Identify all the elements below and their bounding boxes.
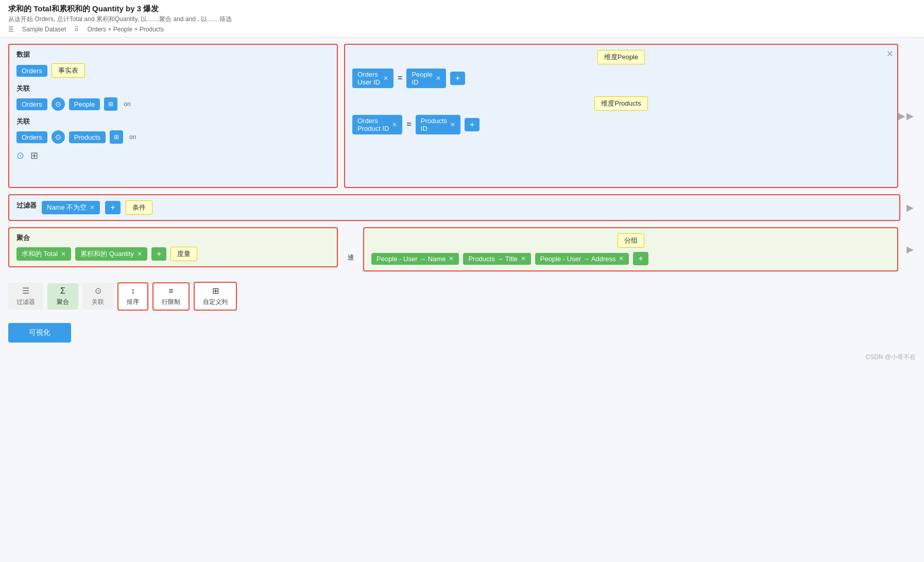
group-content: People - User → Name ✕ Products → Title … xyxy=(371,252,890,265)
limit-toolbar-label: 行限制 xyxy=(162,298,180,306)
dim-products-add-button[interactable]: + xyxy=(465,118,480,131)
products-id-close[interactable]: ✕ xyxy=(450,121,455,128)
join1-people-button[interactable]: People xyxy=(69,98,100,110)
group-panel-arrow[interactable]: ▶ xyxy=(904,244,916,255)
agg1-tag: 求和的 Total ✕ xyxy=(16,247,71,261)
page-title: 求和的 Total和累积和的 Quantity by 3 爆发 xyxy=(8,4,916,14)
join2-products-button[interactable]: Products xyxy=(69,131,106,143)
bottom-toolbar: ☰ 过滤器 Σ 聚合 ⊙ 关联 ↕ 排序 ≡ 行限制 ⊞ 自定义列 xyxy=(8,278,916,315)
group3-close[interactable]: ✕ xyxy=(619,255,624,262)
agg-label: 聚合 xyxy=(16,233,330,243)
top-row: 数据 Orders 事实表 关联 Orders ⊙ People ⊞ on xyxy=(8,44,916,188)
group1-tag: People - User → Name ✕ xyxy=(371,253,459,265)
filter-outer-row: 过滤器 Name 不为空 ✕ + 条件 ▶ xyxy=(8,194,916,221)
dim-products-section: 维度Products OrdersProduct ID ✕ = Products… xyxy=(352,96,890,134)
toggle-icon[interactable]: ⊙ xyxy=(16,150,24,161)
through-area: 通过 xyxy=(344,227,357,271)
agg-add-button[interactable]: + xyxy=(151,247,166,261)
dim-products-row: OrdersProduct ID ✕ = ProductsID ✕ + xyxy=(352,115,890,134)
data-section: 数据 Orders 事实表 xyxy=(16,50,330,78)
orders-user-id-label: OrdersUser ID xyxy=(357,71,380,86)
join1-orders-button[interactable]: Orders xyxy=(16,98,47,110)
page-subtitle: 从这开始 Orders, 总计Total and 累积和Quantity, 以…… xyxy=(8,15,916,24)
orders-fact-button[interactable]: Orders xyxy=(16,65,47,77)
group-add-button[interactable]: + xyxy=(633,252,648,265)
products-id-label: ProductsID xyxy=(421,117,447,132)
filter-tag: Name 不为空 ✕ xyxy=(42,201,100,214)
join1-grid-icon[interactable]: ⊞ xyxy=(104,97,117,111)
right-panel-arrow[interactable]: ▶ xyxy=(896,110,908,122)
footer: CSDN @小哥不在 xyxy=(0,349,924,366)
join2-orders-button[interactable]: Orders xyxy=(16,131,47,143)
group3-label: People - User → Address xyxy=(540,255,616,263)
toolbar-join-button[interactable]: ⊙ 关联 xyxy=(82,283,113,310)
join2-icon[interactable]: ⊙ xyxy=(52,130,65,144)
orders-product-id-label: OrdersProduct ID xyxy=(357,117,389,132)
agg-content: 求和的 Total ✕ 累积和的 Quantity ✕ + 度量 xyxy=(16,247,330,261)
page-meta: ☰ Sample Dataset ⠿ Orders + People + Pro… xyxy=(8,26,916,33)
toolbar-agg-button[interactable]: Σ 聚合 xyxy=(47,283,78,310)
grid-bottom-icon[interactable]: ⊞ xyxy=(30,150,38,161)
bottom-main-row: 聚合 求和的 Total ✕ 累积和的 Quantity ✕ + 度量 通过 分… xyxy=(8,227,916,271)
agg2-tag: 累积和的 Quantity ✕ xyxy=(75,247,147,261)
toolbar-custom-button[interactable]: ⊞ 自定义列 xyxy=(194,282,237,311)
join1-section: 关联 Orders ⊙ People ⊞ on xyxy=(16,84,330,111)
orders-product-id-close[interactable]: ✕ xyxy=(392,121,397,128)
join2-grid-icon[interactable]: ⊞ xyxy=(110,130,123,144)
dim-people-header: 维度People xyxy=(352,50,890,64)
dim-close-button[interactable]: ✕ xyxy=(886,49,893,59)
filter-label: 过滤器 xyxy=(16,201,37,210)
meta-icon: ☰ xyxy=(8,26,14,33)
filter-row-arrow[interactable]: ▶ xyxy=(904,202,916,213)
filter-toolbar-label: 过滤器 xyxy=(16,298,35,306)
join-toolbar-label: 关联 xyxy=(92,298,104,306)
orders-user-id-tag: OrdersUser ID ✕ xyxy=(352,69,393,88)
group1-close[interactable]: ✕ xyxy=(449,255,454,262)
filter-icon: ☰ xyxy=(22,286,29,296)
join1-label: 关联 xyxy=(16,84,330,93)
sort-toolbar-label: 排序 xyxy=(127,298,139,306)
limit-icon: ≡ xyxy=(168,286,173,296)
group2-tag: Products → Title ✕ xyxy=(463,253,531,265)
filter-tag-label: Name 不为空 xyxy=(47,203,87,212)
join1-icon[interactable]: ⊙ xyxy=(52,97,65,111)
toolbar-limit-button[interactable]: ≡ 行限制 xyxy=(152,282,190,311)
agg1-close[interactable]: ✕ xyxy=(61,250,66,258)
dim-people-add-button[interactable]: + xyxy=(450,72,465,85)
agg2-close[interactable]: ✕ xyxy=(137,250,142,258)
measure-tooltip: 度量 xyxy=(170,247,197,261)
footer-text: CSDN @小哥不在 xyxy=(865,353,916,361)
custom-toolbar-label: 自定义列 xyxy=(203,298,228,306)
filter-add-button[interactable]: + xyxy=(105,201,120,214)
visualize-button[interactable]: 可視化 xyxy=(8,323,71,343)
group-tooltip: 分组 xyxy=(618,233,644,248)
meta-tables-icon: ⠿ xyxy=(74,26,79,33)
group2-label: Products → Title xyxy=(468,255,517,263)
visualize-area: 可視化 xyxy=(8,321,916,343)
filter-section: 过滤器 Name 不为空 ✕ + 条件 xyxy=(8,194,900,221)
join-icon: ⊙ xyxy=(95,286,101,296)
bottom-icons: ⊙ ⊞ xyxy=(16,150,330,161)
dim-products-tooltip: 维度Products xyxy=(594,96,647,111)
equals-sign-2: = xyxy=(406,120,411,129)
join2-row: Orders ⊙ Products ⊞ on xyxy=(16,130,330,144)
equals-sign-1: = xyxy=(398,74,402,83)
custom-icon: ⊞ xyxy=(212,286,219,296)
orders-product-id-tag: OrdersProduct ID ✕ xyxy=(352,115,402,134)
orders-user-id-close[interactable]: ✕ xyxy=(383,75,388,82)
toolbar-filter-button[interactable]: ☰ 过滤器 xyxy=(8,283,43,310)
fact-table-tooltip: 事实表 xyxy=(52,63,85,78)
people-id-close[interactable]: ✕ xyxy=(436,75,441,82)
toolbar-sort-button[interactable]: ↕ 排序 xyxy=(117,282,148,311)
data-row: Orders 事实表 xyxy=(16,63,330,78)
join1-on-label: on xyxy=(122,100,132,108)
filter-tag-close[interactable]: ✕ xyxy=(90,204,95,211)
group3-tag: People - User → Address ✕ xyxy=(535,253,629,265)
group2-close[interactable]: ✕ xyxy=(521,255,526,262)
condition-tooltip: 条件 xyxy=(126,200,152,215)
dim-people-tooltip: 维度People xyxy=(597,50,645,64)
group-header: 分组 xyxy=(371,233,890,248)
group-panel: 分组 People - User → Name ✕ Products → Tit… xyxy=(363,227,898,271)
agg1-label: 求和的 Total xyxy=(22,249,58,259)
data-label: 数据 xyxy=(16,50,330,59)
